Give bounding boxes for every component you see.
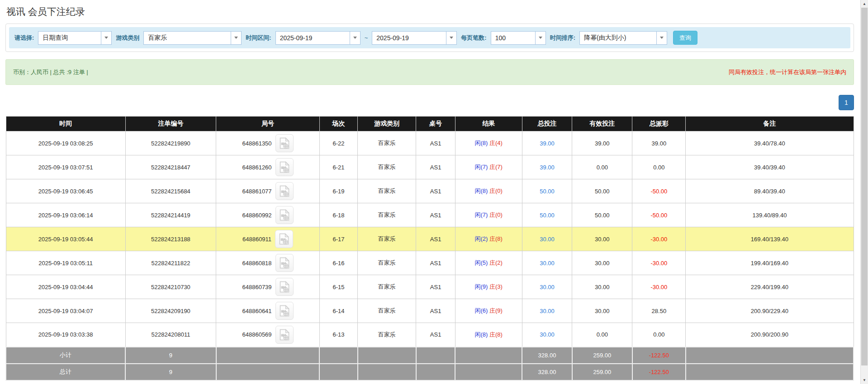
total-bet-link[interactable]: 30.00 bbox=[540, 260, 555, 267]
cell-total-bet[interactable]: 30.00 bbox=[522, 323, 572, 347]
total-bet-link[interactable]: 39.00 bbox=[540, 164, 555, 171]
chevron-down-icon[interactable] bbox=[231, 32, 241, 44]
video-replay-button[interactable] bbox=[275, 254, 294, 272]
video-replay-button[interactable] bbox=[275, 158, 294, 176]
round-id-value: 648861077 bbox=[242, 188, 272, 195]
game-type-value: 百家乐 bbox=[144, 32, 231, 44]
total-bet-link[interactable]: 30.00 bbox=[540, 236, 555, 243]
cell-payout: -50.00 bbox=[632, 203, 686, 227]
vertical-scrollbar[interactable]: ▲ ▼ bbox=[860, 0, 868, 384]
game-type-select[interactable]: 百家乐 bbox=[143, 31, 242, 45]
cell-round-id: 648860569 bbox=[216, 323, 320, 347]
cell-result: 闲(8) 庄(0) bbox=[455, 179, 522, 203]
cell-total-bet[interactable]: 30.00 bbox=[522, 299, 572, 323]
cell-result: 闲(2) 庄(8) bbox=[455, 227, 522, 251]
result-banker: 庄(7) bbox=[489, 164, 503, 170]
cell-total-bet[interactable]: 30.00 bbox=[522, 275, 572, 299]
round-id-wrap: 648860641 bbox=[217, 302, 319, 320]
cell-total-bet[interactable]: 50.00 bbox=[522, 179, 572, 203]
table-row: 2025-09-19 03:08:25522824219890648861350… bbox=[6, 131, 854, 155]
sort-order-select[interactable]: 降幂(由大到小) bbox=[579, 31, 667, 45]
round-id-value: 648860569 bbox=[242, 331, 272, 338]
table-row: 2025-09-19 03:04:07522824209190648860641… bbox=[6, 299, 854, 323]
video-replay-button[interactable] bbox=[275, 302, 294, 320]
scroll-up-arrow-icon[interactable]: ▲ bbox=[861, 0, 868, 8]
scroll-down-arrow-icon[interactable]: ▼ bbox=[861, 376, 868, 384]
round-id-value: 648861260 bbox=[242, 164, 272, 171]
result-banker: 庄(2) bbox=[489, 259, 503, 266]
result-player: 闲(8) bbox=[475, 187, 488, 194]
total-bet-link[interactable]: 50.00 bbox=[540, 188, 555, 195]
cell-total-bet[interactable]: 39.00 bbox=[522, 131, 572, 155]
cell-bet-id: 522824213188 bbox=[125, 227, 216, 251]
cell-round-id: 648860641 bbox=[216, 299, 320, 323]
chevron-down-icon[interactable] bbox=[101, 32, 111, 44]
cell-table-no: AS1 bbox=[416, 227, 455, 251]
col-time: 时间 bbox=[6, 117, 125, 131]
cell-bet-id: 522824211822 bbox=[125, 251, 216, 275]
total-bet-link[interactable]: 50.00 bbox=[540, 212, 555, 219]
cell-round-id: 648860992 bbox=[216, 203, 320, 227]
video-replay-button[interactable] bbox=[275, 182, 294, 200]
page-size-label: 每页笔数: bbox=[461, 34, 486, 42]
round-id-wrap: 648860569 bbox=[217, 326, 319, 344]
summary-bar: 币别：人民币 | 总共 :9 注单 | 同局有效投注，统一计算在该局第一张注单内 bbox=[5, 59, 854, 85]
cell-game-type: 百家乐 bbox=[358, 203, 416, 227]
chevron-down-icon[interactable] bbox=[656, 32, 667, 44]
date-to-input[interactable]: 2025-09-19 bbox=[372, 31, 457, 45]
video-replay-icon bbox=[280, 305, 289, 317]
round-id-value: 648860911 bbox=[242, 236, 271, 243]
cell-total-bet[interactable]: 39.00 bbox=[522, 155, 572, 179]
video-replay-button[interactable] bbox=[275, 230, 293, 248]
cell-result: 闲(7) 庄(7) bbox=[455, 155, 522, 179]
cell-bet-id: 522824208011 bbox=[125, 323, 216, 347]
total-bet-link[interactable]: 30.00 bbox=[540, 308, 555, 314]
scrollbar-thumb[interactable] bbox=[861, 8, 868, 365]
total-bet-link[interactable]: 39.00 bbox=[540, 140, 555, 147]
game-type-label: 游戏类别 bbox=[116, 34, 139, 42]
cell-note: 169.40/139.40 bbox=[686, 227, 854, 251]
total-bet-link[interactable]: 30.00 bbox=[540, 284, 555, 290]
date-from-input[interactable]: 2025-09-19 bbox=[275, 31, 360, 45]
page-1-button[interactable]: 1 bbox=[839, 95, 854, 110]
table-row: 2025-09-19 03:06:45522824215684648861077… bbox=[6, 179, 854, 203]
cell-result: 闲(9) 庄(3) bbox=[455, 275, 522, 299]
page-size-select[interactable]: 100 bbox=[491, 31, 546, 45]
table-footer: 小计 9 328.00 259.00 -122.50 总计 9 328.00 2… bbox=[6, 347, 854, 380]
chevron-down-icon[interactable] bbox=[350, 32, 360, 44]
video-replay-button[interactable] bbox=[275, 134, 294, 152]
page-title: 视讯 会员下注纪录 bbox=[6, 5, 854, 18]
date-from-value: 2025-09-19 bbox=[276, 32, 350, 44]
search-button[interactable]: 查询 bbox=[673, 31, 697, 45]
filter-bar: 请选择: 日期查询 游戏类别 百家乐 时间区间: 2025-09-19 ~ 20… bbox=[9, 27, 850, 48]
cell-session: 6-17 bbox=[319, 227, 357, 251]
cell-total-bet[interactable]: 30.00 bbox=[522, 251, 572, 275]
total-bet-link[interactable]: 30.00 bbox=[540, 331, 555, 338]
cell-note: 89.40/39.40 bbox=[686, 179, 854, 203]
chevron-down-icon[interactable] bbox=[535, 32, 545, 44]
cell-table-no: AS1 bbox=[416, 179, 455, 203]
video-replay-button[interactable] bbox=[275, 326, 294, 344]
cell-table-no: AS1 bbox=[416, 323, 455, 347]
cell-total-bet[interactable]: 30.00 bbox=[522, 227, 572, 251]
sort-order-value: 降幂(由大到小) bbox=[580, 32, 656, 44]
query-type-select[interactable]: 日期查询 bbox=[38, 31, 112, 45]
cell-valid-bet: 30.00 bbox=[572, 227, 632, 251]
cell-game-type: 百家乐 bbox=[358, 275, 416, 299]
cell-total-bet[interactable]: 50.00 bbox=[522, 203, 572, 227]
cell-session: 6-21 bbox=[319, 155, 357, 179]
cell-bet-id: 522824215684 bbox=[125, 179, 216, 203]
subtotal-valid-bet: 259.00 bbox=[572, 347, 632, 364]
col-total-bet: 总投注 bbox=[522, 117, 572, 131]
cell-payout: -30.00 bbox=[632, 251, 686, 275]
col-payout: 总派彩 bbox=[632, 117, 686, 131]
chevron-down-icon[interactable] bbox=[446, 32, 456, 44]
result-banker: 庄(0) bbox=[489, 211, 503, 218]
video-replay-button[interactable] bbox=[275, 278, 294, 296]
cell-payout: 0.00 bbox=[632, 155, 686, 179]
result-player: 闲(7) bbox=[475, 164, 488, 170]
subtotal-label: 小计 bbox=[6, 347, 125, 364]
cell-table-no: AS1 bbox=[416, 251, 455, 275]
cell-payout: -50.00 bbox=[632, 179, 686, 203]
video-replay-button[interactable] bbox=[275, 206, 294, 224]
